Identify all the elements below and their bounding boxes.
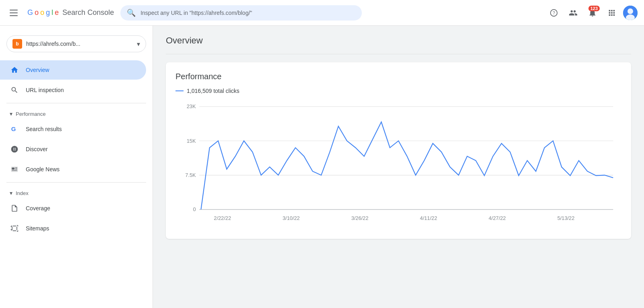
svg-point-3 <box>627 8 633 14</box>
dropdown-arrow-icon: ▾ <box>137 40 140 48</box>
svg-text:?: ? <box>553 10 555 15</box>
menu-button[interactable] <box>6 6 21 19</box>
performance-chart: 23K 15K 7.5K 0 2/22/22 3/10/22 3/26/22 4… <box>175 101 621 229</box>
performance-section-header[interactable]: ▾ Performance <box>0 107 153 119</box>
main-layout: b https://ahrefs.com/b... ▾ Overview URL… <box>0 26 644 308</box>
x-label-2: 3/10/22 <box>283 215 300 221</box>
x-label-6: 5/13/22 <box>557 215 575 221</box>
apps-grid-icon <box>607 8 616 17</box>
y-label-7k5: 7.5K <box>185 172 196 178</box>
sidebar: b https://ahrefs.com/b... ▾ Overview URL… <box>0 26 153 308</box>
app-logo: Google Google Search ConsoleSearch Conso… <box>27 8 114 17</box>
logo-l: l <box>52 8 53 17</box>
sidebar-item-search-results[interactable]: G Search results <box>0 119 146 139</box>
help-button[interactable]: ? <box>546 5 562 21</box>
y-label-15k: 15K <box>187 138 196 144</box>
site-selector[interactable]: b https://ahrefs.com/b... ▾ <box>6 35 146 52</box>
x-label-5: 4/27/22 <box>489 215 506 221</box>
url-inspection-icon <box>10 85 19 95</box>
user-avatar[interactable] <box>623 6 638 20</box>
site-favicon: b <box>12 39 22 49</box>
svg-rect-9 <box>15 168 17 168</box>
title-divider <box>166 54 631 54</box>
x-label-4: 4/11/22 <box>420 215 437 221</box>
home-icon <box>10 65 19 75</box>
sidebar-item-search-results-label: Search results <box>26 126 62 132</box>
apps-button[interactable] <box>604 5 620 21</box>
google-g-icon: G <box>10 124 19 134</box>
sidebar-item-discover[interactable]: Discover <box>0 140 146 159</box>
sidebar-item-overview[interactable]: Overview <box>0 60 146 80</box>
legend-line <box>175 90 184 91</box>
chart-line <box>201 122 613 209</box>
svg-point-6 <box>14 148 15 150</box>
svg-rect-10 <box>15 169 17 169</box>
sidebar-item-overview-label: Overview <box>26 67 49 73</box>
main-content: Overview Performance 1,016,509 total cli… <box>153 26 644 308</box>
divider-2 <box>6 182 146 183</box>
header-actions: ? 123 <box>546 5 638 21</box>
coverage-icon <box>10 203 19 213</box>
discover-icon <box>10 144 19 154</box>
collapse-icon: ▾ <box>10 111 12 117</box>
manage-users-icon <box>569 8 578 17</box>
sidebar-item-google-news-label: Google News <box>26 166 60 172</box>
header: Google Google Search ConsoleSearch Conso… <box>0 0 644 26</box>
svg-text:G: G <box>11 125 16 132</box>
logo-o2: o <box>40 8 44 17</box>
performance-card: Performance 1,016,509 total clicks 23K 1… <box>166 62 631 239</box>
search-icon: 🔍 <box>127 8 136 17</box>
sidebar-item-coverage-label: Coverage <box>26 205 50 211</box>
legend: 1,016,509 total clicks <box>175 88 621 94</box>
sidebar-item-coverage[interactable]: Coverage <box>0 199 146 218</box>
index-section-header[interactable]: ▾ Index <box>0 186 153 199</box>
x-label-3: 3/26/22 <box>351 215 369 221</box>
help-icon: ? <box>550 9 558 17</box>
sidebar-item-sitemaps-label: Sitemaps <box>26 225 49 232</box>
notification-count: 123 <box>588 6 600 11</box>
logo-o1: o <box>35 8 39 17</box>
google-news-icon <box>10 164 19 174</box>
sidebar-item-sitemaps[interactable]: Sitemaps <box>0 219 146 238</box>
card-title: Performance <box>175 72 621 81</box>
sidebar-item-google-news[interactable]: Google News <box>0 160 146 179</box>
performance-label: Performance <box>16 111 45 117</box>
logo-g2: g <box>46 8 50 17</box>
x-label-1: 2/22/22 <box>214 215 231 221</box>
svg-rect-11 <box>12 170 17 171</box>
avatar-image <box>623 6 638 20</box>
page-title: Overview <box>166 35 631 46</box>
divider-1 <box>6 103 146 103</box>
y-label-23k: 23K <box>187 103 196 109</box>
index-label: Index <box>16 190 29 196</box>
manage-users-button[interactable] <box>565 5 581 21</box>
site-url: https://ahrefs.com/b... <box>26 41 133 47</box>
logo-g: G <box>27 8 33 17</box>
svg-rect-8 <box>12 168 14 170</box>
url-search-bar[interactable]: 🔍 Inspect any URL in "https://ahrefs.com… <box>120 5 362 21</box>
search-placeholder: Inspect any URL in "https://ahrefs.com/b… <box>140 10 355 16</box>
legend-text: 1,016,509 total clicks <box>187 88 239 94</box>
logo-e: e <box>55 8 59 17</box>
sidebar-item-url-inspection[interactable]: URL inspection <box>0 80 146 100</box>
chart-svg: 23K 15K 7.5K 0 2/22/22 3/10/22 3/26/22 4… <box>175 101 621 229</box>
sitemaps-icon <box>10 224 19 233</box>
y-label-0: 0 <box>193 206 196 212</box>
notifications-button[interactable]: 123 <box>584 5 601 21</box>
sidebar-item-url-inspection-label: URL inspection <box>26 87 64 93</box>
sidebar-item-discover-label: Discover <box>26 146 47 152</box>
index-collapse-icon: ▾ <box>10 190 12 196</box>
